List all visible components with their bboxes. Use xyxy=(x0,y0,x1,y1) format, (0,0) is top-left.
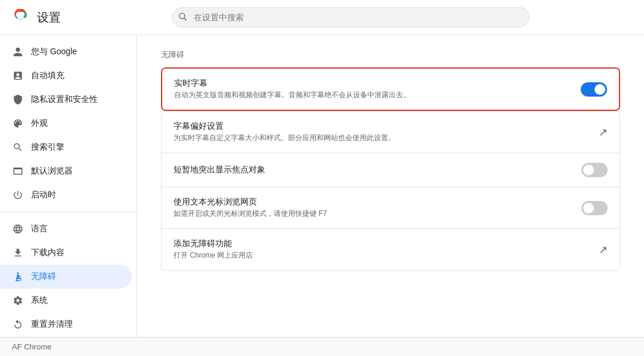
search-input[interactable] xyxy=(172,7,530,27)
add-accessibility-row: 添加无障碍功能 打开 Chrome 网上应用店 ↗ xyxy=(162,229,620,270)
external-link-icon: ↗ xyxy=(599,243,608,256)
sidebar-item-label: 语言 xyxy=(31,224,48,234)
sidebar-item-accessibility[interactable]: 无障碍 xyxy=(0,265,132,289)
sidebar-item-browser[interactable]: 默认浏览器 xyxy=(0,159,132,183)
sidebar-item-label: 外观 xyxy=(31,118,48,129)
section-title: 无障碍 xyxy=(161,49,620,60)
download-icon xyxy=(12,247,24,259)
add-accessibility-text: 添加无障碍功能 打开 Chrome 网上应用店 xyxy=(174,239,589,261)
caret-browsing-action xyxy=(581,201,608,215)
caption-prefs-title: 字幕偏好设置 xyxy=(174,121,589,132)
settings-card: 字幕偏好设置 为实时字幕自定义字幕大小和样式。部分应用和网站也会使用此设置。 ↗… xyxy=(161,111,620,271)
sidebar-item-system[interactable]: 系统 xyxy=(0,289,132,312)
sidebar-item-label: 下载内容 xyxy=(31,247,64,258)
reset-icon xyxy=(12,318,24,330)
search-icon xyxy=(178,12,187,23)
autofill-icon xyxy=(12,70,24,82)
sidebar-item-reset[interactable]: 重置并清理 xyxy=(0,312,132,336)
sidebar-item-label: 搜索引擎 xyxy=(31,142,64,153)
sidebar-item-startup[interactable]: 启动时 xyxy=(0,183,132,207)
chrome-logo xyxy=(12,9,29,26)
footer-label: AF Chrome xyxy=(12,342,51,351)
focus-highlight-row: 短暂地突出显示焦点对象 xyxy=(162,153,620,187)
globe-icon xyxy=(12,223,24,235)
sidebar-item-downloads[interactable]: 下载内容 xyxy=(0,241,132,265)
sidebar-item-label: 系统 xyxy=(31,295,48,306)
live-caption-highlight: 实时字幕 自动为英文版音频和视频创建字幕。音频和字幕绝不会从设备中泄露出去。 xyxy=(161,67,620,111)
sidebar-item-label: 重置并清理 xyxy=(31,319,73,330)
shield-icon xyxy=(12,94,24,106)
content-area: 无障碍 实时字幕 自动为英文版音频和视频创建字幕。音频和字幕绝不会从设备中泄露出… xyxy=(137,35,644,337)
svg-line-3 xyxy=(184,18,187,21)
caret-browsing-desc: 如需开启或关闭光标浏览模式，请使用快捷键 F7 xyxy=(174,209,572,219)
focus-highlight-title: 短暂地突出显示焦点对象 xyxy=(174,165,572,175)
sidebar-item-label: 启动时 xyxy=(31,190,56,200)
add-accessibility-desc: 打开 Chrome 网上应用店 xyxy=(174,250,589,261)
live-caption-text: 实时字幕 自动为英文版音频和视频创建字幕。音频和字幕绝不会从设备中泄露出去。 xyxy=(174,78,571,100)
live-caption-row: 实时字幕 自动为英文版音频和视频创建字幕。音频和字幕绝不会从设备中泄露出去。 xyxy=(162,69,619,110)
caret-browsing-text: 使用文本光标浏览网页 如需开启或关闭光标浏览模式，请使用快捷键 F7 xyxy=(174,197,572,219)
sidebar-item-google[interactable]: 您与 Google xyxy=(0,40,132,64)
external-link-icon: ↗ xyxy=(599,126,608,139)
sidebar-item-privacy[interactable]: 隐私设置和安全性 xyxy=(0,88,132,112)
sidebar-item-label: 无障碍 xyxy=(31,271,56,282)
focus-highlight-action xyxy=(581,163,608,177)
caret-browsing-title: 使用文本光标浏览网页 xyxy=(174,197,572,208)
add-accessibility-action[interactable]: ↗ xyxy=(599,243,608,256)
focus-highlight-toggle[interactable] xyxy=(581,163,608,177)
main-layout: 您与 Google 自动填充 隐私设置和安全性 外观 xyxy=(0,35,644,337)
footer-bar: AF Chrome xyxy=(0,337,644,356)
gear-icon xyxy=(12,295,24,307)
toggle-slider xyxy=(581,163,608,177)
svg-point-4 xyxy=(17,273,19,274)
sidebar-item-search[interactable]: 搜索引擎 xyxy=(0,135,132,159)
live-caption-action xyxy=(581,82,607,97)
palette-icon xyxy=(12,117,24,129)
accessibility-icon xyxy=(12,271,24,283)
sidebar-item-label: 您与 Google xyxy=(31,47,77,57)
add-accessibility-title: 添加无障碍功能 xyxy=(174,239,589,249)
caret-browsing-toggle[interactable] xyxy=(581,201,608,215)
search-icon xyxy=(12,141,24,153)
sidebar-item-label: 自动填充 xyxy=(31,70,64,81)
svg-point-2 xyxy=(179,13,185,18)
person-icon xyxy=(12,46,24,58)
caret-browsing-row: 使用文本光标浏览网页 如需开启或关闭光标浏览模式，请使用快捷键 F7 xyxy=(162,187,620,229)
focus-highlight-text: 短暂地突出显示焦点对象 xyxy=(174,165,572,175)
caption-prefs-row: 字幕偏好设置 为实时字幕自定义字幕大小和样式。部分应用和网站也会使用此设置。 ↗ xyxy=(162,112,620,153)
sidebar-item-label: 隐私设置和安全性 xyxy=(31,94,98,105)
sidebar-item-autofill[interactable]: 自动填充 xyxy=(0,64,132,88)
header: 设置 xyxy=(0,0,644,35)
sidebar-item-language[interactable]: 语言 xyxy=(0,217,132,241)
caption-prefs-text: 字幕偏好设置 为实时字幕自定义字幕大小和样式。部分应用和网站也会使用此设置。 xyxy=(174,121,589,143)
toggle-slider xyxy=(581,82,607,97)
sidebar-item-appearance[interactable]: 外观 xyxy=(0,112,132,135)
sidebar: 您与 Google 自动填充 隐私设置和安全性 外观 xyxy=(0,35,137,337)
sidebar-item-label: 默认浏览器 xyxy=(31,166,73,177)
search-bar xyxy=(172,7,530,27)
caption-prefs-desc: 为实时字幕自定义字幕大小和样式。部分应用和网站也会使用此设置。 xyxy=(174,133,589,143)
live-caption-desc: 自动为英文版音频和视频创建字幕。音频和字幕绝不会从设备中泄露出去。 xyxy=(174,90,571,100)
live-caption-toggle[interactable] xyxy=(581,82,607,97)
power-icon xyxy=(12,189,24,201)
browser-icon xyxy=(12,165,24,177)
live-caption-title: 实时字幕 xyxy=(174,78,571,89)
caption-prefs-action[interactable]: ↗ xyxy=(599,126,608,139)
toggle-slider xyxy=(581,201,608,215)
page-title: 设置 xyxy=(37,10,61,26)
